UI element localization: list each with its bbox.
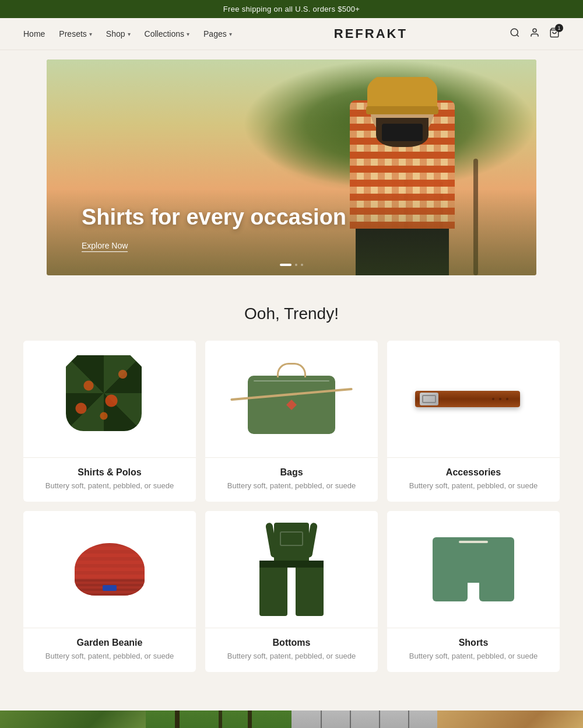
product-description: Buttery soft, patent, pebbled, or suede	[35, 652, 184, 660]
product-image	[387, 511, 560, 628]
cart-button[interactable]: 1	[549, 27, 560, 41]
product-name: Bags	[217, 467, 366, 478]
nav-links: Home Presets ▾ Shop ▾ Collections ▾ Page…	[23, 29, 232, 38]
account-button[interactable]	[529, 27, 540, 41]
photo-strip	[0, 710, 583, 728]
product-grid-row2: Garden Beanie Buttery soft, patent, pebb…	[23, 511, 560, 672]
navbar: Home Presets ▾ Shop ▾ Collections ▾ Page…	[0, 18, 583, 50]
product-image	[205, 341, 378, 457]
nav-actions: 1	[510, 27, 560, 41]
hero-content: Shirts for every occasion Explore Now	[82, 204, 346, 252]
product-name: Garden Beanie	[35, 638, 184, 648]
site-logo[interactable]: REFRAKT	[232, 26, 510, 41]
product-name: Shorts	[399, 638, 548, 648]
chevron-down-icon: ▾	[187, 31, 189, 37]
carousel-dot[interactable]	[295, 264, 297, 266]
hero-explore-button[interactable]: Explore Now	[82, 241, 128, 252]
search-button[interactable]	[510, 27, 520, 41]
product-grid-row1: Shirts & Polos Buttery soft, patent, peb…	[23, 341, 560, 502]
product-info: Shorts Buttery soft, patent, pebbled, or…	[387, 628, 560, 672]
cart-badge: 1	[555, 24, 563, 32]
section-title: Ooh, Trendy!	[23, 304, 560, 323]
nav-pages[interactable]: Pages ▾	[203, 29, 232, 38]
chevron-down-icon: ▾	[89, 31, 92, 37]
product-description: Buttery soft, patent, pebbled, or suede	[399, 652, 548, 660]
nav-home[interactable]: Home	[23, 29, 45, 38]
product-info: Shirts & Polos Buttery soft, patent, peb…	[23, 457, 196, 502]
strip-photo-1[interactable]	[0, 710, 146, 728]
strip-photo-3[interactable]	[292, 710, 437, 728]
product-info: Accessories Buttery soft, patent, pebble…	[387, 457, 560, 502]
product-name: Shirts & Polos	[35, 467, 184, 478]
strip-photo-2[interactable]	[146, 710, 292, 728]
product-name: Bottoms	[217, 638, 366, 648]
carousel-dot[interactable]	[301, 264, 303, 266]
nav-presets[interactable]: Presets ▾	[59, 29, 92, 38]
svg-point-2	[533, 29, 536, 32]
product-card-shirts[interactable]: Shirts & Polos Buttery soft, patent, peb…	[23, 341, 196, 502]
product-name: Accessories	[399, 467, 548, 478]
product-card-bottoms[interactable]: Bottoms Buttery soft, patent, pebbled, o…	[205, 511, 378, 672]
product-description: Buttery soft, patent, pebbled, or suede	[35, 481, 184, 490]
product-image	[23, 341, 196, 457]
carousel-dot-active[interactable]	[280, 264, 292, 266]
product-image	[23, 511, 196, 628]
product-description: Buttery soft, patent, pebbled, or suede	[217, 481, 366, 490]
product-description: Buttery soft, patent, pebbled, or suede	[399, 481, 548, 490]
trending-section: Ooh, Trendy! Shirts & Polos Buttery soft…	[0, 275, 583, 699]
product-card-bags[interactable]: Bags Buttery soft, patent, pebbled, or s…	[205, 341, 378, 502]
hero-banner: Shirts for every occasion Explore Now	[47, 60, 536, 275]
nav-shop[interactable]: Shop ▾	[106, 29, 131, 38]
svg-point-0	[511, 29, 518, 36]
nav-collections[interactable]: Collections ▾	[145, 29, 189, 38]
svg-line-1	[517, 34, 518, 36]
hero-carousel-dots	[280, 264, 303, 266]
banner-text: Free shipping on all U.S. orders $500+	[223, 5, 360, 13]
product-card-shorts[interactable]: Shorts Buttery soft, patent, pebbled, or…	[387, 511, 560, 672]
product-info: Bottoms Buttery soft, patent, pebbled, o…	[205, 628, 378, 672]
product-image	[387, 341, 560, 457]
product-image	[205, 511, 378, 628]
chevron-down-icon: ▾	[128, 31, 131, 37]
product-description: Buttery soft, patent, pebbled, or suede	[217, 652, 366, 660]
product-info: Garden Beanie Buttery soft, patent, pebb…	[23, 628, 196, 672]
product-card-beanie[interactable]: Garden Beanie Buttery soft, patent, pebb…	[23, 511, 196, 672]
hero-title: Shirts for every occasion	[82, 204, 346, 231]
product-info: Bags Buttery soft, patent, pebbled, or s…	[205, 457, 378, 502]
product-card-accessories[interactable]: Accessories Buttery soft, patent, pebble…	[387, 341, 560, 502]
strip-photo-4[interactable]	[437, 710, 583, 728]
top-banner: Free shipping on all U.S. orders $500+	[0, 0, 583, 18]
